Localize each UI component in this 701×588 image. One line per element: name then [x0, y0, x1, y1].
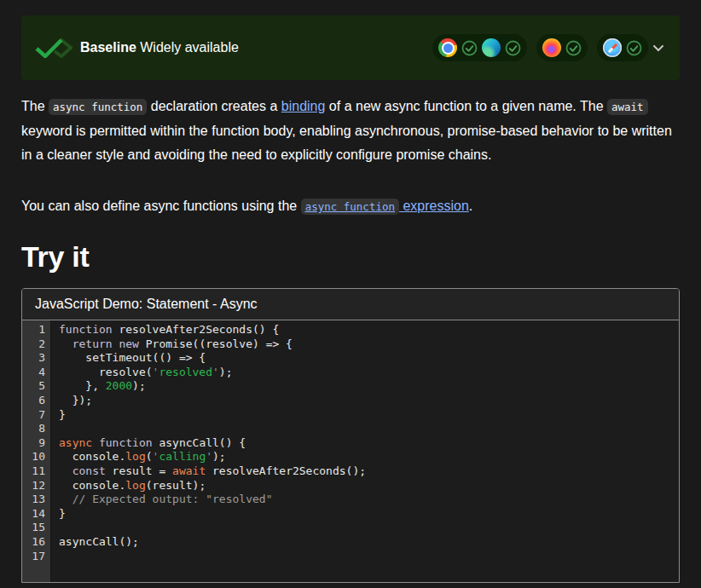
line-number: 6	[22, 394, 45, 408]
code-line[interactable]: });	[59, 394, 679, 408]
code-line[interactable]: }, 2000);	[59, 379, 679, 394]
safari-icon	[603, 38, 622, 57]
code-line[interactable]: const result = await resolveAfter2Second…	[59, 464, 679, 479]
line-number: 1	[22, 323, 45, 337]
code-line[interactable]: }	[59, 408, 679, 423]
code-line[interactable]: async function asyncCall() {	[59, 436, 679, 451]
line-number: 15	[22, 521, 45, 535]
line-number-gutter: 1234567891011121314151617	[22, 320, 51, 582]
code-line[interactable]: return new Promise((resolve) => {	[59, 337, 679, 352]
inline-code[interactable]: async function	[301, 199, 399, 215]
support-check-icon	[461, 40, 478, 56]
baseline-word: Baseline	[80, 40, 136, 55]
support-check-icon	[565, 40, 582, 56]
line-number: 14	[22, 507, 45, 522]
baseline-logo-icon	[35, 37, 72, 58]
code-line[interactable]: }	[59, 507, 679, 522]
code-line[interactable]: console.log('calling');	[59, 450, 679, 464]
browser-pill	[432, 34, 527, 61]
line-number: 8	[22, 422, 45, 436]
line-number: 11	[22, 464, 45, 479]
code-line[interactable]	[59, 521, 679, 535]
line-number: 7	[22, 408, 45, 423]
code-line[interactable]: setTimeout(() => {	[59, 351, 679, 366]
code-line[interactable]: resolve('resolved');	[59, 366, 679, 380]
support-check-icon	[626, 40, 642, 56]
line-number: 2	[22, 337, 45, 352]
edge-icon	[482, 38, 501, 57]
try-it-heading: Try it	[21, 245, 680, 268]
chevron-down-icon[interactable]	[652, 44, 664, 52]
code-line[interactable]: asyncCall();	[59, 535, 679, 550]
interactive-demo: JavaScript Demo: Statement - Async 12345…	[21, 288, 680, 583]
article-body: The async function declaration creates a…	[21, 95, 680, 268]
code-line[interactable]	[59, 422, 679, 436]
baseline-banner[interactable]: Baseline Widely available	[21, 15, 680, 80]
inline-code: async function	[49, 99, 147, 115]
code-link[interactable]: async function	[301, 199, 399, 213]
line-number: 5	[22, 379, 45, 394]
browser-support-row	[432, 34, 648, 61]
code-line[interactable]: function resolveAfter2Seconds() {	[59, 323, 679, 337]
line-number: 17	[22, 550, 45, 564]
code-editor[interactable]: 1234567891011121314151617 function resol…	[22, 320, 679, 582]
code-line[interactable]: // Expected output: "resolved"	[59, 493, 679, 507]
baseline-availability: Widely available	[136, 40, 239, 55]
line-number: 9	[22, 436, 45, 451]
line-number: 12	[22, 479, 45, 493]
intro-paragraph: The async function declaration creates a…	[21, 95, 680, 167]
code-line[interactable]: console.log(result);	[59, 479, 679, 493]
support-check-icon	[505, 40, 521, 56]
page: Baseline Widely available The async func…	[0, 0, 701, 583]
code-content[interactable]: function resolveAfter2Seconds() { return…	[51, 320, 679, 582]
code-line[interactable]	[59, 550, 679, 564]
chrome-icon	[438, 38, 457, 57]
inline-code: await	[607, 99, 648, 115]
line-number: 3	[22, 351, 45, 366]
firefox-icon	[542, 38, 561, 57]
line-number: 16	[22, 535, 45, 550]
line-number: 10	[22, 450, 45, 464]
baseline-status-label: Baseline Widely available	[80, 40, 239, 55]
text-link[interactable]: expression	[399, 199, 469, 213]
expression-paragraph: You can also define async functions usin…	[21, 194, 680, 219]
line-number: 4	[22, 366, 45, 380]
browser-pill	[597, 34, 648, 61]
browser-pill	[536, 34, 588, 61]
line-number: 13	[22, 493, 45, 507]
demo-title: JavaScript Demo: Statement - Async	[22, 289, 679, 320]
text-link[interactable]: binding	[281, 99, 326, 113]
